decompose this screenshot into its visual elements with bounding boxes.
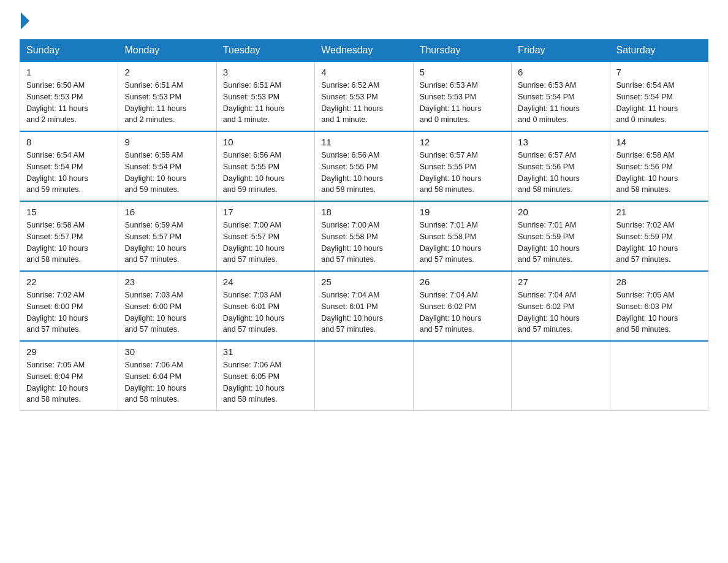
day-info: Sunrise: 6:51 AMSunset: 5:53 PMDaylight:…	[223, 80, 308, 126]
day-info: Sunrise: 7:01 AMSunset: 5:59 PMDaylight:…	[518, 220, 603, 266]
day-number: 1	[26, 67, 112, 77]
calendar-cell	[512, 341, 610, 411]
day-number: 5	[420, 67, 505, 77]
calendar-cell: 27 Sunrise: 7:04 AMSunset: 6:02 PMDaylig…	[512, 271, 610, 341]
day-number: 20	[518, 207, 603, 217]
calendar-cell: 20 Sunrise: 7:01 AMSunset: 5:59 PMDaylig…	[512, 201, 610, 271]
day-number: 15	[26, 207, 112, 217]
calendar-cell: 11 Sunrise: 6:56 AMSunset: 5:55 PMDaylig…	[315, 131, 413, 201]
day-info: Sunrise: 6:54 AMSunset: 5:54 PMDaylight:…	[616, 80, 702, 126]
day-number: 11	[321, 137, 406, 147]
day-number: 25	[321, 277, 406, 287]
day-number: 6	[518, 67, 603, 77]
calendar-cell: 1 Sunrise: 6:50 AMSunset: 5:53 PMDayligh…	[20, 61, 118, 131]
calendar-cell: 30 Sunrise: 7:06 AMSunset: 6:04 PMDaylig…	[118, 341, 216, 411]
day-number: 27	[518, 277, 603, 287]
day-number: 23	[124, 277, 210, 287]
calendar-cell: 26 Sunrise: 7:04 AMSunset: 6:02 PMDaylig…	[413, 271, 511, 341]
day-number: 8	[26, 137, 112, 147]
day-of-week-header: Thursday	[413, 40, 511, 62]
day-info: Sunrise: 6:53 AMSunset: 5:54 PMDaylight:…	[518, 80, 603, 126]
day-of-week-header: Tuesday	[216, 40, 314, 62]
calendar-table: SundayMondayTuesdayWednesdayThursdayFrid…	[20, 39, 708, 411]
logo	[20, 15, 29, 29]
day-number: 4	[321, 67, 406, 77]
day-number: 13	[518, 137, 603, 147]
calendar-cell: 18 Sunrise: 7:00 AMSunset: 5:58 PMDaylig…	[315, 201, 413, 271]
day-info: Sunrise: 7:06 AMSunset: 6:05 PMDaylight:…	[223, 359, 308, 405]
day-info: Sunrise: 7:04 AMSunset: 6:02 PMDaylight:…	[420, 289, 505, 335]
calendar-cell: 29 Sunrise: 7:05 AMSunset: 6:04 PMDaylig…	[20, 341, 118, 411]
calendar-cell: 15 Sunrise: 6:58 AMSunset: 5:57 PMDaylig…	[20, 201, 118, 271]
day-info: Sunrise: 6:51 AMSunset: 5:53 PMDaylight:…	[124, 80, 210, 126]
day-of-week-header: Friday	[512, 40, 610, 62]
day-number: 2	[124, 67, 210, 77]
week-row: 8 Sunrise: 6:54 AMSunset: 5:54 PMDayligh…	[20, 131, 708, 201]
calendar-cell	[610, 341, 708, 411]
calendar-cell: 22 Sunrise: 7:02 AMSunset: 6:00 PMDaylig…	[20, 271, 118, 341]
day-info: Sunrise: 7:05 AMSunset: 6:03 PMDaylight:…	[616, 289, 702, 335]
calendar-cell: 28 Sunrise: 7:05 AMSunset: 6:03 PMDaylig…	[610, 271, 708, 341]
day-info: Sunrise: 6:53 AMSunset: 5:53 PMDaylight:…	[420, 80, 505, 126]
logo-arrow-icon	[21, 12, 29, 29]
day-info: Sunrise: 6:56 AMSunset: 5:55 PMDaylight:…	[223, 150, 308, 196]
day-number: 24	[223, 277, 308, 287]
calendar-cell: 2 Sunrise: 6:51 AMSunset: 5:53 PMDayligh…	[118, 61, 216, 131]
day-number: 3	[223, 67, 308, 77]
day-info: Sunrise: 7:02 AMSunset: 5:59 PMDaylight:…	[616, 220, 702, 266]
day-info: Sunrise: 7:05 AMSunset: 6:04 PMDaylight:…	[26, 359, 112, 405]
calendar-cell: 21 Sunrise: 7:02 AMSunset: 5:59 PMDaylig…	[610, 201, 708, 271]
day-number: 31	[223, 347, 308, 357]
day-info: Sunrise: 7:03 AMSunset: 6:01 PMDaylight:…	[223, 289, 308, 335]
day-info: Sunrise: 7:01 AMSunset: 5:58 PMDaylight:…	[420, 220, 505, 266]
day-number: 21	[616, 207, 702, 217]
calendar-cell: 17 Sunrise: 7:00 AMSunset: 5:57 PMDaylig…	[216, 201, 314, 271]
calendar-cell: 19 Sunrise: 7:01 AMSunset: 5:58 PMDaylig…	[413, 201, 511, 271]
calendar-cell	[315, 341, 413, 411]
day-info: Sunrise: 6:55 AMSunset: 5:54 PMDaylight:…	[124, 150, 210, 196]
day-info: Sunrise: 7:02 AMSunset: 6:00 PMDaylight:…	[26, 289, 112, 335]
calendar-cell: 31 Sunrise: 7:06 AMSunset: 6:05 PMDaylig…	[216, 341, 314, 411]
day-info: Sunrise: 6:57 AMSunset: 5:56 PMDaylight:…	[518, 150, 603, 196]
calendar-cell: 25 Sunrise: 7:04 AMSunset: 6:01 PMDaylig…	[315, 271, 413, 341]
calendar-cell: 7 Sunrise: 6:54 AMSunset: 5:54 PMDayligh…	[610, 61, 708, 131]
day-header-row: SundayMondayTuesdayWednesdayThursdayFrid…	[20, 40, 708, 62]
calendar-cell: 16 Sunrise: 6:59 AMSunset: 5:57 PMDaylig…	[118, 201, 216, 271]
day-info: Sunrise: 6:54 AMSunset: 5:54 PMDaylight:…	[26, 150, 112, 196]
week-row: 29 Sunrise: 7:05 AMSunset: 6:04 PMDaylig…	[20, 341, 708, 411]
calendar-cell: 6 Sunrise: 6:53 AMSunset: 5:54 PMDayligh…	[512, 61, 610, 131]
day-info: Sunrise: 6:59 AMSunset: 5:57 PMDaylight:…	[124, 220, 210, 266]
day-number: 9	[124, 137, 210, 147]
calendar-cell: 24 Sunrise: 7:03 AMSunset: 6:01 PMDaylig…	[216, 271, 314, 341]
day-info: Sunrise: 6:56 AMSunset: 5:55 PMDaylight:…	[321, 150, 406, 196]
day-of-week-header: Sunday	[20, 40, 118, 62]
day-of-week-header: Wednesday	[315, 40, 413, 62]
day-info: Sunrise: 6:57 AMSunset: 5:55 PMDaylight:…	[420, 150, 505, 196]
day-number: 19	[420, 207, 505, 217]
day-info: Sunrise: 7:06 AMSunset: 6:04 PMDaylight:…	[124, 359, 210, 405]
day-number: 18	[321, 207, 406, 217]
day-number: 14	[616, 137, 702, 147]
calendar-cell: 12 Sunrise: 6:57 AMSunset: 5:55 PMDaylig…	[413, 131, 511, 201]
calendar-cell: 4 Sunrise: 6:52 AMSunset: 5:53 PMDayligh…	[315, 61, 413, 131]
calendar-cell: 10 Sunrise: 6:56 AMSunset: 5:55 PMDaylig…	[216, 131, 314, 201]
day-number: 29	[26, 347, 112, 357]
day-info: Sunrise: 7:00 AMSunset: 5:58 PMDaylight:…	[321, 220, 406, 266]
calendar-cell: 14 Sunrise: 6:58 AMSunset: 5:56 PMDaylig…	[610, 131, 708, 201]
day-info: Sunrise: 6:50 AMSunset: 5:53 PMDaylight:…	[26, 80, 112, 126]
calendar-cell: 5 Sunrise: 6:53 AMSunset: 5:53 PMDayligh…	[413, 61, 511, 131]
day-number: 7	[616, 67, 702, 77]
day-of-week-header: Saturday	[610, 40, 708, 62]
page-header	[20, 15, 708, 29]
calendar-cell	[413, 341, 511, 411]
day-number: 26	[420, 277, 505, 287]
day-number: 12	[420, 137, 505, 147]
week-row: 22 Sunrise: 7:02 AMSunset: 6:00 PMDaylig…	[20, 271, 708, 341]
week-row: 1 Sunrise: 6:50 AMSunset: 5:53 PMDayligh…	[20, 61, 708, 131]
day-number: 28	[616, 277, 702, 287]
day-number: 17	[223, 207, 308, 217]
day-number: 22	[26, 277, 112, 287]
week-row: 15 Sunrise: 6:58 AMSunset: 5:57 PMDaylig…	[20, 201, 708, 271]
calendar-cell: 23 Sunrise: 7:03 AMSunset: 6:00 PMDaylig…	[118, 271, 216, 341]
calendar-cell: 8 Sunrise: 6:54 AMSunset: 5:54 PMDayligh…	[20, 131, 118, 201]
